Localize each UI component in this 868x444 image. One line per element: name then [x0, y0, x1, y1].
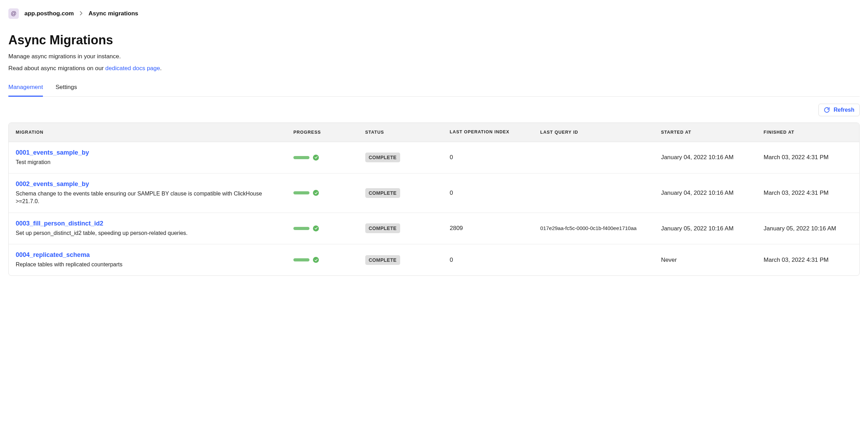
- chevron-right-icon: [80, 10, 83, 17]
- status-badge: COMPLETE: [365, 188, 400, 198]
- table-row: 0002_events_sample_by Schema change to t…: [9, 173, 859, 213]
- progress-indicator: [293, 257, 351, 263]
- col-finished-at: FINISHED AT: [757, 123, 859, 142]
- migrations-table: MIGRATION PROGRESS STATUS LAST OPERATION…: [8, 123, 860, 276]
- migration-description: Replace tables with replicated counterpa…: [16, 261, 279, 268]
- check-circle-icon: [313, 190, 319, 196]
- migration-name-link[interactable]: 0003_fill_person_distinct_id2: [16, 220, 279, 227]
- last-query-id: 017e29aa-fc5c-0000-0c1b-f400ee1710aa: [540, 224, 647, 232]
- status-badge: COMPLETE: [365, 255, 400, 265]
- status-badge: COMPLETE: [365, 153, 400, 162]
- breadcrumb-current: Async migrations: [89, 10, 139, 17]
- refresh-label: Refresh: [833, 107, 854, 113]
- progress-indicator: [293, 225, 351, 231]
- docs-suffix: .: [160, 65, 162, 72]
- progress-bar: [293, 258, 309, 261]
- page-title: Async Migrations: [8, 33, 860, 47]
- actions-row: Refresh: [8, 104, 860, 116]
- migration-name-link[interactable]: 0001_events_sample_by: [16, 149, 279, 156]
- table-row: 0004_replicated_schema Replace tables wi…: [9, 244, 859, 275]
- breadcrumb-root[interactable]: app.posthog.com: [24, 10, 74, 17]
- migration-name-link[interactable]: 0004_replicated_schema: [16, 251, 279, 259]
- status-badge: COMPLETE: [365, 223, 400, 233]
- docs-link[interactable]: dedicated docs page: [105, 65, 160, 72]
- progress-bar: [293, 191, 309, 194]
- tabs: Management Settings: [8, 84, 860, 97]
- page-subtitle: Manage async migrations in your instance…: [8, 53, 860, 60]
- last-op-index: 0: [443, 244, 533, 275]
- finished-at: March 03, 2022 4:31 PM: [764, 153, 852, 162]
- col-last-query-id: LAST QUERY ID: [533, 123, 654, 142]
- tab-management[interactable]: Management: [8, 84, 43, 97]
- col-progress: PROGRESS: [286, 123, 358, 142]
- col-started-at: STARTED AT: [654, 123, 757, 142]
- table-row: 0001_events_sample_by Test migration COM…: [9, 142, 859, 173]
- finished-at: March 03, 2022 4:31 PM: [764, 188, 852, 198]
- check-circle-icon: [313, 257, 319, 263]
- migration-description: Set up person_distinct_id2 table, speedi…: [16, 229, 279, 237]
- migration-description: Schema change to the events table ensuri…: [16, 190, 279, 206]
- check-circle-icon: [313, 155, 319, 161]
- at-sign-icon: @: [11, 10, 16, 17]
- last-op-index: 0: [443, 173, 533, 213]
- refresh-icon: [824, 107, 830, 113]
- started-at: Never: [661, 256, 750, 265]
- col-last-op-index: LAST OPERATION INDEX: [443, 123, 533, 142]
- started-at: January 05, 2022 10:16 AM: [661, 224, 750, 233]
- docs-line: Read about async migrations on our dedic…: [8, 65, 860, 72]
- refresh-button[interactable]: Refresh: [818, 104, 860, 116]
- started-at: January 04, 2022 10:16 AM: [661, 153, 750, 162]
- last-op-index: 0: [443, 142, 533, 173]
- finished-at: January 05, 2022 10:16 AM: [764, 224, 852, 233]
- progress-bar: [293, 156, 309, 159]
- progress-bar: [293, 227, 309, 230]
- started-at: January 04, 2022 10:16 AM: [661, 188, 750, 198]
- table-header-row: MIGRATION PROGRESS STATUS LAST OPERATION…: [9, 123, 859, 142]
- app-icon[interactable]: @: [8, 8, 19, 19]
- check-circle-icon: [313, 225, 319, 231]
- col-status: STATUS: [358, 123, 443, 142]
- last-op-index: 2809: [443, 213, 533, 244]
- migration-description: Test migration: [16, 158, 279, 166]
- progress-indicator: [293, 155, 351, 161]
- table-row: 0003_fill_person_distinct_id2 Set up per…: [9, 213, 859, 244]
- tab-settings[interactable]: Settings: [55, 84, 77, 97]
- breadcrumb: @ app.posthog.com Async migrations: [8, 8, 860, 19]
- progress-indicator: [293, 190, 351, 196]
- finished-at: March 03, 2022 4:31 PM: [764, 256, 852, 265]
- col-migration: MIGRATION: [9, 123, 286, 142]
- docs-prefix: Read about async migrations on our: [8, 65, 105, 72]
- migration-name-link[interactable]: 0002_events_sample_by: [16, 180, 279, 188]
